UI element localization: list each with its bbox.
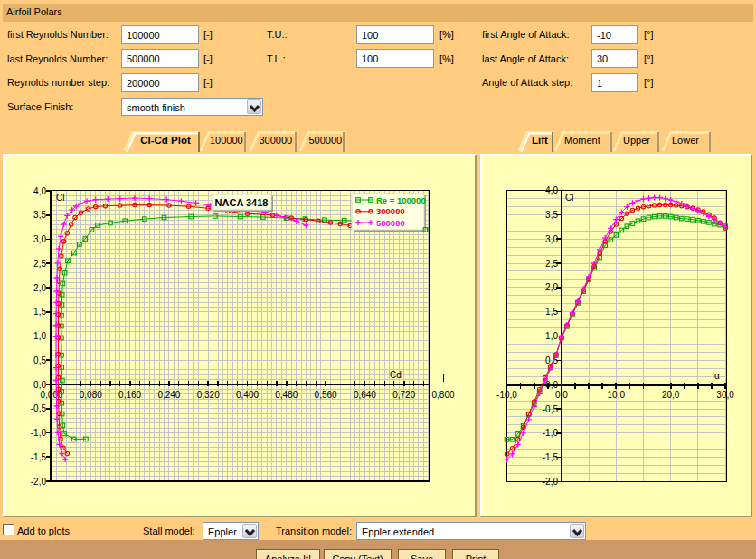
svg-text:300000: 300000 (376, 206, 405, 216)
svg-text:0,0: 0,0 (33, 380, 46, 390)
svg-text:3,5: 3,5 (33, 210, 46, 220)
svg-text:2,5: 2,5 (545, 259, 558, 269)
svg-text:0,160: 0,160 (118, 390, 141, 400)
svg-text:2,5: 2,5 (33, 259, 46, 269)
svg-text:1,5: 1,5 (33, 307, 46, 317)
svg-text:-2,0: -2,0 (31, 477, 47, 487)
svg-text:Cl: Cl (56, 193, 64, 203)
svg-text:4,0: 4,0 (545, 185, 558, 195)
svg-text:Cd: Cd (390, 370, 402, 380)
svg-text:0,400: 0,400 (236, 390, 259, 400)
svg-text:0,240: 0,240 (157, 390, 180, 400)
svg-text:3,0: 3,0 (545, 234, 558, 244)
svg-text:10,0: 10,0 (608, 390, 626, 400)
svg-text:0,720: 0,720 (392, 390, 415, 400)
svg-text:0,5: 0,5 (33, 355, 46, 365)
svg-text:NACA 3418: NACA 3418 (215, 197, 269, 208)
svg-text:-0,5: -0,5 (543, 404, 559, 414)
svg-text:Cl: Cl (565, 193, 573, 203)
svg-text:0,0: 0,0 (555, 390, 568, 400)
svg-text:2,0: 2,0 (545, 282, 558, 292)
svg-text:0,560: 0,560 (315, 390, 337, 400)
svg-text:Re = 100000: Re = 100000 (376, 195, 426, 205)
svg-text:1,0: 1,0 (545, 331, 558, 341)
svg-text:3,5: 3,5 (545, 210, 558, 220)
svg-text:3,0: 3,0 (33, 234, 46, 244)
svg-text:1,5: 1,5 (545, 307, 558, 317)
svg-text:0,640: 0,640 (354, 390, 376, 400)
svg-text:-1,5: -1,5 (543, 452, 559, 462)
svg-text:-1,5: -1,5 (31, 452, 47, 462)
svg-text:-10,0: -10,0 (496, 390, 517, 400)
svg-text:0,800: 0,800 (431, 390, 454, 400)
svg-text:20,0: 20,0 (662, 390, 680, 400)
svg-text:-1,0: -1,0 (543, 428, 559, 438)
svg-text:0,080: 0,080 (80, 390, 102, 400)
svg-text:0,480: 0,480 (275, 390, 298, 400)
svg-text:1,0: 1,0 (33, 331, 46, 341)
svg-text:-2,0: -2,0 (543, 477, 559, 487)
svg-text:4,0: 4,0 (33, 186, 46, 196)
svg-text:2,0: 2,0 (33, 283, 46, 293)
svg-text:-0,5: -0,5 (31, 403, 47, 413)
svg-text:α: α (714, 371, 720, 381)
svg-text:30,0: 30,0 (716, 390, 734, 400)
svg-text:0,320: 0,320 (197, 390, 220, 400)
svg-text:-1,0: -1,0 (31, 428, 47, 438)
svg-text:500000: 500000 (376, 218, 405, 228)
